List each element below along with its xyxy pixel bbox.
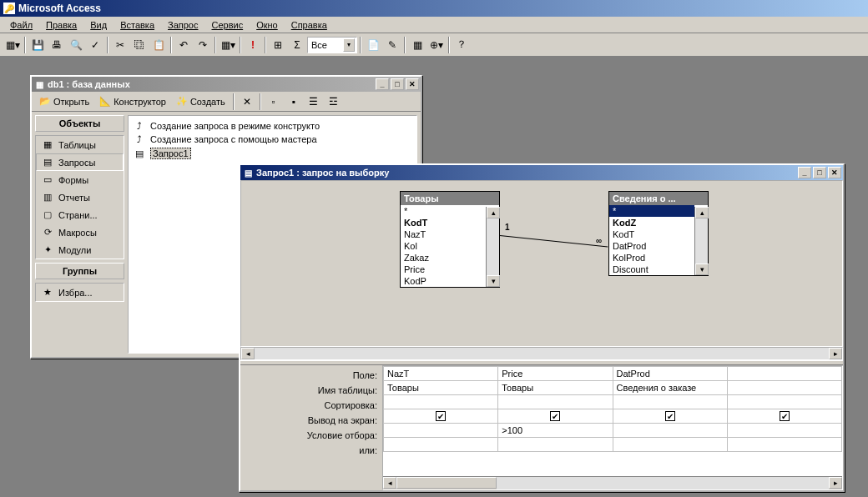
sidebar-item-reports[interactable]: ▥Отчеты [36, 188, 124, 206]
scroll-left-icon[interactable]: ◂ [383, 477, 396, 489]
scroll-right-icon[interactable]: ▸ [829, 348, 842, 359]
grid-cell[interactable] [727, 367, 841, 381]
table-header[interactable]: Сведения о ... [609, 192, 708, 205]
menu-help[interactable]: Справка [286, 18, 332, 32]
properties-button[interactable]: 📄 [364, 36, 382, 54]
top-values-combo[interactable]: Все ▾ [307, 37, 357, 53]
field-item[interactable]: KodT [401, 217, 486, 228]
scroll-up-icon[interactable]: ▴ [487, 207, 500, 218]
show-table-button[interactable]: ⊞ [269, 36, 287, 54]
field-item[interactable]: KodZ [609, 217, 694, 228]
save-button[interactable]: 💾 [28, 36, 47, 54]
grid-cell[interactable]: Сведения о заказе [613, 381, 727, 395]
query-window-titlebar[interactable]: ▤ Запрос1 : запрос на выборку _ □ ✕ [240, 165, 843, 180]
large-icons-button[interactable]: ▫ [265, 93, 283, 111]
menu-file[interactable]: Файл [5, 18, 38, 32]
grid-cell[interactable] [384, 395, 498, 409]
sidebar-item-favorites[interactable]: ★Избра... [36, 284, 124, 301]
view-dropdown-button[interactable]: ▦▾ [3, 36, 22, 54]
field-item[interactable]: Zakaz [401, 252, 486, 264]
maximize-button[interactable]: □ [813, 167, 826, 178]
design-button[interactable]: 📐Конструктор [95, 93, 170, 109]
grid-cell[interactable]: NazT [384, 367, 498, 381]
open-button[interactable]: 📂Открыть [35, 93, 93, 109]
database-window-titlebar[interactable]: ▦ db1 : база данных _ □ ✕ [32, 77, 421, 92]
close-button[interactable]: ✕ [828, 167, 841, 178]
sidebar-item-macros[interactable]: ⟳Макросы [36, 223, 124, 241]
field-item[interactable]: KolProd [609, 252, 694, 264]
table-header[interactable]: Товары [401, 192, 499, 205]
grid-cell[interactable]: ✔ [727, 409, 841, 424]
redo-button[interactable]: ↷ [194, 36, 212, 54]
cut-button[interactable]: ✂ [111, 36, 129, 54]
table-box-svedeniya[interactable]: Сведения о ... * KodZ KodT DatProd KolPr… [608, 191, 709, 276]
close-button[interactable]: ✕ [406, 78, 419, 90]
scrollbar-vertical[interactable]: ▴ ▾ [486, 207, 499, 287]
table-diagram-pane[interactable]: Товары * KodT NazT Kol Zakaz Price KodP … [240, 180, 843, 347]
grid-cell[interactable] [498, 395, 613, 409]
show-checkbox[interactable]: ✔ [550, 411, 560, 421]
sidebar-item-modules[interactable]: ✦Модули [36, 241, 124, 259]
scroll-right-icon[interactable]: ▸ [829, 477, 842, 489]
grid-cell[interactable]: ✔ [613, 409, 727, 424]
print-preview-button[interactable]: 🔍 [67, 36, 85, 54]
grid-cell[interactable]: ✔ [498, 409, 613, 424]
grid-cell[interactable]: Товары [384, 381, 498, 395]
grid-cell[interactable]: >100 [498, 424, 613, 438]
new-object-button[interactable]: ⊕▾ [427, 36, 446, 54]
undo-button[interactable]: ↶ [174, 36, 193, 54]
menu-insert[interactable]: Вставка [115, 18, 159, 32]
grid-cell[interactable]: ✔ [384, 409, 498, 424]
list-item[interactable]: ▤Запрос1 [132, 146, 413, 161]
table-box-tovary[interactable]: Товары * KodT NazT Kol Zakaz Price KodP … [400, 191, 500, 288]
field-item[interactable]: NazT [401, 228, 486, 240]
run-button[interactable]: ! [244, 36, 262, 54]
list-item[interactable]: ⤴Создание запроса в режиме конструкто [132, 119, 413, 133]
database-window-button[interactable]: ▦ [408, 36, 426, 54]
scroll-down-icon[interactable]: ▾ [487, 275, 500, 287]
grid-cell[interactable] [613, 438, 727, 452]
show-checkbox[interactable]: ✔ [780, 411, 790, 421]
maximize-button[interactable]: □ [391, 78, 404, 90]
new-button[interactable]: ✨Создать [172, 93, 230, 109]
list-view-button[interactable]: ☰ [305, 93, 323, 111]
list-item[interactable]: ⤴Создание запроса с помощью мастера [132, 133, 413, 146]
grid-cell[interactable] [727, 424, 841, 438]
grid-cell[interactable] [727, 438, 841, 452]
totals-button[interactable]: Σ [288, 36, 306, 54]
field-item[interactable]: KodT [609, 228, 694, 240]
design-grid[interactable]: NazT Price DatProd Товары Товары Сведени… [382, 365, 843, 490]
groups-header[interactable]: Группы [35, 263, 124, 279]
grid-cell[interactable]: DatProd [613, 367, 727, 381]
field-item[interactable]: KodP [401, 275, 486, 287]
grid-cell[interactable] [613, 424, 727, 438]
scroll-down-icon[interactable]: ▾ [695, 264, 709, 275]
scroll-left-icon[interactable]: ◂ [241, 348, 255, 359]
scroll-thumb[interactable] [396, 477, 497, 489]
menu-edit[interactable]: Правка [41, 18, 82, 32]
field-item[interactable]: Kol [401, 240, 486, 252]
objects-header[interactable]: Объекты [35, 115, 124, 132]
field-item[interactable]: Price [401, 264, 486, 275]
help-button[interactable]: ？ [452, 36, 471, 54]
print-button[interactable]: 🖶 [48, 36, 66, 54]
scrollbar-vertical[interactable]: ▴ ▾ [694, 207, 708, 275]
spelling-button[interactable]: ✓ [86, 36, 104, 54]
sidebar-item-forms[interactable]: ▭Формы [36, 171, 124, 188]
build-button[interactable]: ✎ [383, 36, 401, 54]
menu-view[interactable]: Вид [85, 18, 112, 32]
menu-window[interactable]: Окно [251, 18, 283, 32]
scrollbar-horizontal[interactable]: ◂ ▸ [383, 476, 842, 489]
sidebar-item-pages[interactable]: ▢Страни... [36, 206, 124, 223]
menu-query[interactable]: Запрос [163, 18, 203, 32]
menu-tools[interactable]: Сервис [206, 18, 248, 32]
minimize-button[interactable]: _ [798, 167, 811, 178]
small-icons-button[interactable]: ▪ [285, 93, 303, 111]
copy-button[interactable]: ⿻ [130, 36, 149, 54]
grid-cell[interactable] [384, 438, 498, 452]
grid-cell[interactable] [613, 395, 727, 409]
grid-cell[interactable] [727, 381, 841, 395]
grid-cell[interactable] [727, 395, 841, 409]
field-item[interactable]: Discount [609, 264, 694, 275]
scrollbar-horizontal[interactable]: ◂ ▸ [240, 347, 843, 360]
